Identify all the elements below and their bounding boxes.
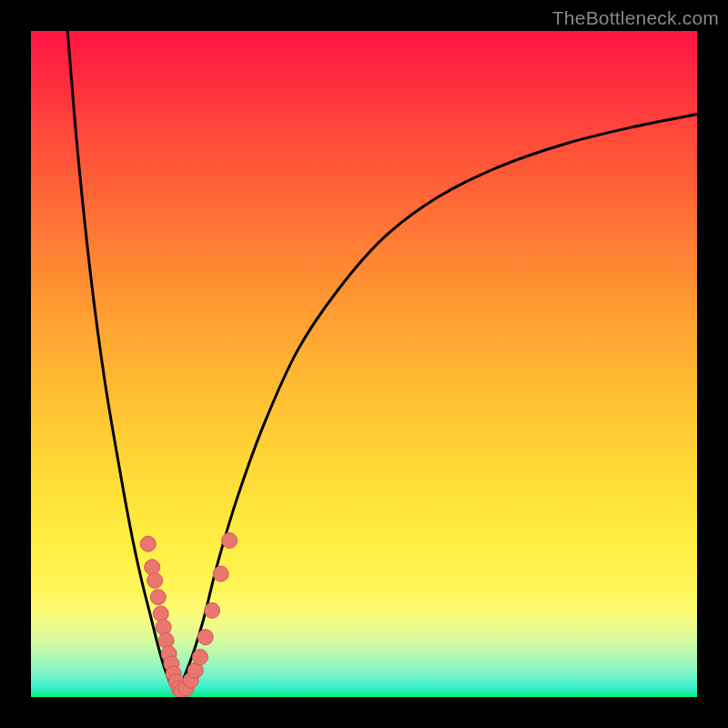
data-point	[222, 532, 238, 548]
data-point	[197, 630, 213, 645]
chart-frame: TheBottleneck.com	[0, 0, 728, 728]
plot-area	[31, 31, 697, 697]
data-point	[140, 536, 156, 551]
data-point	[147, 572, 163, 588]
data-point	[153, 606, 168, 622]
curve-right-branch	[177, 115, 697, 693]
marker-layer	[140, 532, 237, 697]
data-point	[192, 650, 207, 665]
data-point	[158, 632, 174, 648]
data-point	[213, 566, 228, 581]
data-point	[156, 620, 171, 635]
chart-svg	[31, 31, 697, 697]
watermark-text: TheBottleneck.com	[552, 7, 719, 29]
data-point	[205, 602, 220, 618]
data-point	[150, 590, 166, 605]
data-point	[145, 560, 160, 575]
